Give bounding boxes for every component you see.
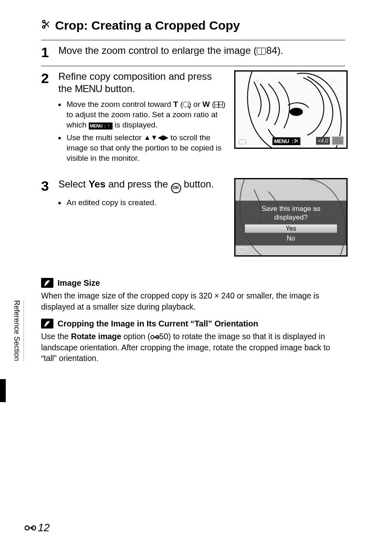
- note-tall-orientation: Cropping the Image in Its Current “Tall”…: [41, 319, 345, 363]
- menu-chip-icon: MENU :: [89, 123, 113, 130]
- svg-rect-8: [154, 337, 159, 338]
- ok-button-icon: OK: [171, 183, 181, 193]
- bullet: An edited copy is created.: [66, 197, 227, 208]
- svg-point-2: [108, 124, 109, 125]
- save-dialog-illustration: Save this image as displayed? Yes No: [234, 178, 348, 257]
- step-number: 3: [41, 178, 53, 257]
- scissors-icon: [41, 19, 52, 32]
- rotate-image-label: Rotate image: [71, 332, 121, 341]
- dialog-option-no[interactable]: No: [244, 234, 337, 243]
- note-image-size: Image Size When the image size of the cr…: [41, 278, 345, 312]
- svg-point-10: [25, 526, 29, 530]
- yes-label: Yes: [88, 178, 105, 190]
- svg-point-7: [151, 336, 154, 339]
- return-icon: [239, 247, 246, 252]
- text: and press the: [106, 178, 171, 190]
- text: Use the multi selector: [67, 133, 144, 142]
- step-2-bullets: Move the zoom control toward T () or W (…: [58, 99, 227, 163]
- page-title-text: Crop: Creating a Cropped Copy: [55, 19, 240, 32]
- text: Move the zoom control to enlarge the ima…: [58, 45, 257, 56]
- step-1-headline: Move the zoom control to enlarge the ima…: [58, 44, 345, 57]
- menu-scissors-badge: MENU :: [272, 135, 300, 145]
- book-icon: [257, 48, 266, 55]
- crop-preview-illustration: MENU : ×4.0: [234, 70, 348, 149]
- navigator-thumb: [332, 136, 344, 145]
- text: is displayed.: [113, 120, 158, 129]
- text: Move the zoom control toward: [67, 100, 173, 109]
- bullet: Move the zoom control toward T () or W (…: [66, 99, 227, 130]
- t-label: T: [173, 100, 178, 109]
- page-number: 12: [38, 521, 50, 534]
- note-pencil-icon: [41, 278, 53, 288]
- step-2-headline: Refine copy composition and press the ME…: [58, 70, 227, 95]
- key-ref-icon: [150, 332, 159, 341]
- step-number: 1: [41, 44, 53, 61]
- page-title: Crop: Creating a Cropped Copy: [41, 19, 345, 32]
- text: button.: [181, 178, 214, 190]
- menu-label: MENU: [75, 83, 102, 94]
- text: ).: [277, 45, 284, 56]
- note-title: Cropping the Image in Its Current “Tall”…: [58, 319, 258, 329]
- note-body: Use the Rotate image option (50) to rota…: [41, 331, 345, 363]
- text: button.: [102, 83, 135, 94]
- side-thumb-marker: [0, 379, 6, 402]
- step-3: 3 Select Yes and press the OK button. An…: [41, 171, 345, 261]
- step-1: 1 Move the zoom control to enlarge the i…: [41, 40, 345, 66]
- section-ref-icon: [25, 523, 36, 534]
- svg-point-3: [108, 126, 109, 127]
- text: Use the: [41, 332, 71, 341]
- zoom-badge: ×4.0: [316, 136, 344, 145]
- svg-point-4: [290, 108, 302, 116]
- zoom-level: ×4.0: [316, 137, 330, 145]
- w-label: W: [203, 100, 210, 109]
- text: (: [178, 100, 183, 109]
- note-pencil-icon: [41, 319, 53, 329]
- bullet: Use the multi selector ▲▼◀▶ to scroll th…: [66, 132, 227, 163]
- step-2: 2 Refine copy composition and press the …: [41, 66, 345, 171]
- step-number: 2: [41, 70, 53, 166]
- multi-selector-arrows-icon: ▲▼◀▶: [144, 134, 168, 141]
- page-ref: 84: [266, 45, 277, 56]
- side-tab: Reference Section: [12, 300, 24, 361]
- text: ) or: [189, 100, 203, 109]
- page-ref: 50: [159, 332, 168, 341]
- confirm-dialog: Save this image as displayed? Yes No: [235, 201, 346, 245]
- note-body: When the image size of the cropped copy …: [41, 290, 345, 312]
- return-icon: [239, 139, 246, 144]
- text: (: [210, 100, 215, 109]
- menu-chip-icon: MENU :: [272, 137, 300, 145]
- steps-list: 1 Move the zoom control to enlarge the i…: [41, 40, 345, 261]
- magnify-in-icon: [183, 102, 189, 107]
- text: option (: [121, 332, 150, 341]
- dialog-option-yes[interactable]: Yes: [244, 224, 337, 233]
- text: Select: [58, 178, 88, 190]
- step-3-headline: Select Yes and press the OK button.: [58, 178, 227, 193]
- wide-icon: [214, 102, 223, 108]
- step-3-bullets: An edited copy is created.: [58, 197, 227, 208]
- page-footer: 12: [25, 521, 50, 534]
- note-title: Image Size: [58, 278, 100, 288]
- dialog-question: Save this image as displayed?: [235, 205, 346, 222]
